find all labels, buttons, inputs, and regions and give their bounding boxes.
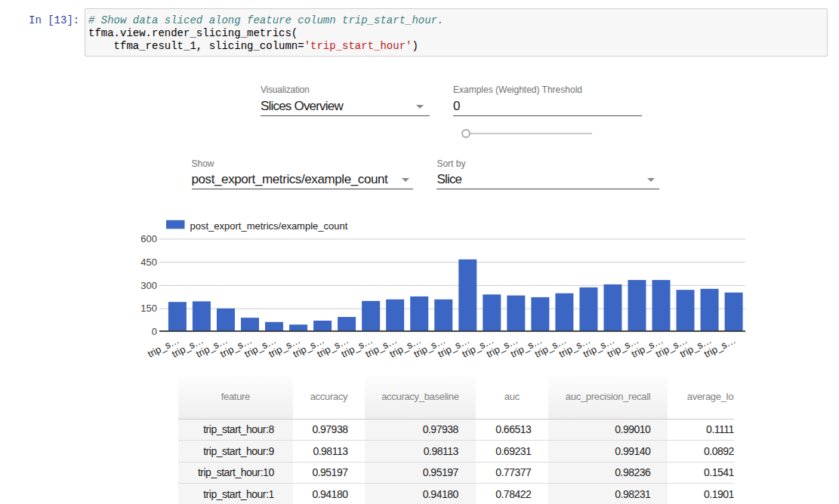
svg-text:0: 0	[152, 326, 157, 337]
svg-text:450: 450	[140, 257, 157, 268]
svg-text:600: 600	[140, 233, 157, 244]
svg-text:300: 300	[140, 280, 157, 291]
svg-text:post_export_metrics/example_co: post_export_metrics/example_count	[190, 220, 348, 232]
svg-text:150: 150	[140, 303, 157, 314]
